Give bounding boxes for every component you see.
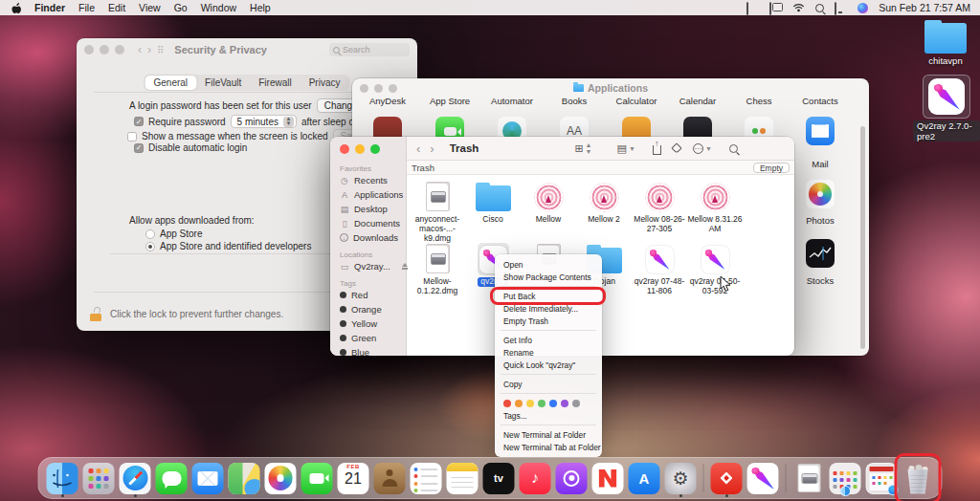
tab-general[interactable]: General xyxy=(145,76,197,90)
dock-calendar[interactable]: FEB 21 xyxy=(337,460,370,496)
desktop-icon-chitavpn[interactable]: chitavpn xyxy=(912,23,979,66)
menu-item-help[interactable]: Help xyxy=(250,2,271,13)
interval-select[interactable]: 5 minutes ▲▼ xyxy=(231,115,297,128)
show-message-checkbox[interactable] xyxy=(127,132,137,142)
menu-item-empty-trash[interactable]: Empty Trash xyxy=(495,315,602,327)
lock-icon[interactable] xyxy=(90,307,102,321)
menu-item-window[interactable]: Window xyxy=(201,2,236,13)
identified-developers-radio[interactable] xyxy=(145,242,155,251)
dock-trash[interactable] xyxy=(902,460,935,496)
dock-system-preferences[interactable]: ⚙ xyxy=(664,460,698,496)
sidebar-tag-yellow[interactable]: Yellow xyxy=(340,318,377,329)
app-icon-mail[interactable] xyxy=(806,117,835,145)
dock-reminders[interactable] xyxy=(410,460,443,496)
app-label-mail[interactable]: Mail xyxy=(812,159,828,169)
apple-menu-icon[interactable] xyxy=(11,2,21,14)
app-label-stocks[interactable]: Stocks xyxy=(807,275,835,286)
dock-photos[interactable] xyxy=(264,460,298,496)
spotlight-icon[interactable] xyxy=(815,4,824,12)
app-label-anydesk[interactable]: AnyDesk xyxy=(369,96,406,106)
tags-icon[interactable] xyxy=(673,144,680,152)
search-field[interactable]: Search xyxy=(329,43,410,56)
require-password-checkbox[interactable]: ✓ xyxy=(134,117,144,126)
close-button[interactable] xyxy=(360,84,368,93)
dock-messages[interactable] xyxy=(155,460,189,496)
file-cisco-folder[interactable]: Cisco xyxy=(465,181,521,225)
tag-orange[interactable] xyxy=(515,400,523,407)
menu-item-file[interactable]: File xyxy=(78,2,95,13)
app-label-books[interactable]: Books xyxy=(562,96,587,106)
file-qv2ray-0748[interactable]: qv2ray 07-48-11-806 xyxy=(632,243,687,296)
menu-item-copy[interactable]: Copy xyxy=(495,378,602,390)
menu-item-tags[interactable]: Tags... xyxy=(495,409,602,422)
sidebar-tag-green[interactable]: Green xyxy=(340,333,376,343)
menu-item-new-terminal[interactable]: New Terminal at Folder xyxy=(495,428,602,441)
show-all-icon[interactable]: ⠿ xyxy=(157,45,165,55)
sidebar-item-downloads[interactable]: ↓Downloads xyxy=(340,232,398,243)
app-label-calculator[interactable]: Calculator xyxy=(616,96,657,106)
menu-item-finder[interactable]: Finder xyxy=(34,2,65,13)
minimize-button[interactable] xyxy=(355,144,365,154)
sidebar-tag-red[interactable]: Red xyxy=(340,290,368,300)
siri-icon[interactable] xyxy=(858,3,868,13)
app-store-radio[interactable] xyxy=(145,229,155,239)
menu-item-new-terminal-tab[interactable]: New Terminal Tab at Folder xyxy=(495,441,602,453)
dock-mail[interactable] xyxy=(191,460,225,496)
file-mellow-dmg[interactable]: Mellow-0.1.22.dmg xyxy=(410,243,465,296)
file-mellow-am[interactable]: Mellow 8.31.26 AM xyxy=(687,181,743,234)
sidebar-tag-blue[interactable]: Blue xyxy=(340,347,369,356)
menu-item-put-back[interactable]: Put Back xyxy=(495,290,602,302)
app-icon-stocks[interactable] xyxy=(806,239,835,268)
file-mellow[interactable]: Mellow xyxy=(521,181,576,225)
group-by-icon[interactable]: ▤▼ xyxy=(617,142,635,155)
menu-item-get-info[interactable]: Get Info xyxy=(495,334,602,346)
disable-auto-login-checkbox[interactable]: ✓ xyxy=(134,143,144,153)
dock-qv2ray[interactable] xyxy=(746,460,780,496)
dock-finder[interactable] xyxy=(46,460,79,496)
dock-app-store[interactable]: A xyxy=(628,460,661,496)
tag-purple[interactable] xyxy=(561,400,568,407)
dock-safari[interactable] xyxy=(119,460,152,496)
dock-contacts[interactable] xyxy=(373,460,407,496)
back-icon[interactable]: ‹ xyxy=(138,43,142,56)
tab-privacy[interactable]: Privacy xyxy=(301,76,349,90)
sidebar-tag-orange[interactable]: Orange xyxy=(340,304,382,315)
zoom-button[interactable] xyxy=(389,84,397,93)
dock-podcasts[interactable] xyxy=(555,460,589,496)
menu-item-rename[interactable]: Rename xyxy=(495,346,602,359)
minimize-button[interactable] xyxy=(100,45,109,54)
menu-item-go[interactable]: Go xyxy=(174,2,188,13)
desktop-icon-qv2ray[interactable]: Qv2ray 2.7.0-pre2 xyxy=(913,75,980,142)
sidebar-item-desktop[interactable]: ▤Desktop xyxy=(340,204,388,214)
file-qv2ray-0750[interactable]: qv2ray 07-50-03-592 xyxy=(687,243,743,296)
icon-size-control[interactable]: ⊞▲▼ xyxy=(574,142,591,155)
app-icon-photos[interactable] xyxy=(806,180,835,208)
dock-news[interactable] xyxy=(591,460,625,496)
menu-bar-clock[interactable]: Sun Feb 21 7:57 AM xyxy=(879,2,970,13)
dock-dmg-file[interactable] xyxy=(792,460,826,496)
file-anyconnect-dmg[interactable]: anyconnect-macos-...-k9.dmg xyxy=(410,181,465,243)
app-label-chess[interactable]: Chess xyxy=(746,96,772,106)
sidebar-item-qv2ray-volume[interactable]: ▭Qv2ray... xyxy=(340,261,409,272)
dock-anydesk[interactable] xyxy=(710,460,744,496)
app-label-photos[interactable]: Photos xyxy=(806,215,835,226)
tag-green[interactable] xyxy=(538,400,546,407)
dock-minimized-window[interactable] xyxy=(865,460,899,496)
more-actions-icon[interactable]: ⋯▼ xyxy=(693,143,712,154)
app-label-automator[interactable]: Automator xyxy=(491,96,533,106)
close-button[interactable] xyxy=(340,144,349,154)
tab-filevault[interactable]: FileVault xyxy=(196,76,250,90)
back-icon[interactable]: ‹ xyxy=(416,142,420,156)
eject-icon[interactable] xyxy=(401,263,409,271)
dock-launchpad[interactable] xyxy=(82,460,116,496)
sidebar-item-documents[interactable]: ▯Documents xyxy=(340,218,400,229)
menu-item-show-package-contents[interactable]: Show Package Contents xyxy=(495,271,602,283)
close-button[interactable] xyxy=(84,45,94,54)
input-source-icon[interactable] xyxy=(746,3,759,13)
dock-facetime[interactable] xyxy=(301,460,334,496)
forward-icon[interactable]: › xyxy=(147,43,151,56)
file-mellow-2[interactable]: Mellow 2 xyxy=(576,181,632,225)
display-icon[interactable] xyxy=(835,3,847,13)
dock-tv[interactable]: tv xyxy=(482,460,516,496)
app-label-calendar[interactable]: Calendar xyxy=(679,96,717,106)
